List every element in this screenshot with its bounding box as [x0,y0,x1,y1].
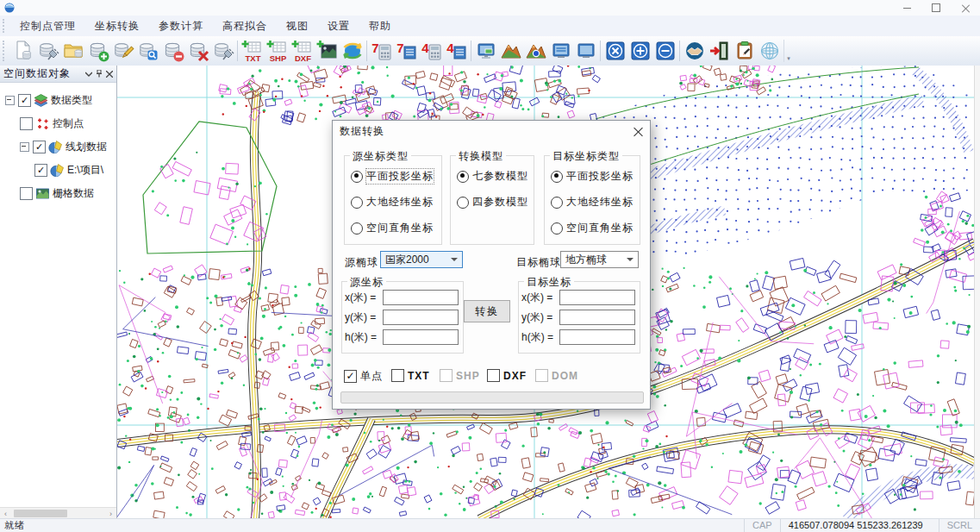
status-bar: 就绪 CAP 416507.078094 515233.261239 SCRL [0,518,980,532]
dialog-close-icon[interactable] [634,127,643,136]
terrain-button[interactable] [498,39,523,64]
tree-item-控制点[interactable]: 控制点 [0,112,116,135]
menu-item-coordinate-transform[interactable]: 坐标转换 [85,19,149,34]
new-connection-button[interactable] [10,39,35,64]
menu-item-view[interactable]: 视图 [277,19,318,34]
open-db-button[interactable] [60,39,85,64]
scroll-left-icon[interactable]: ‹ [0,510,11,518]
terrain-point-button[interactable] [523,39,548,64]
radio-target-plane[interactable]: 平面投影坐标 [551,169,634,184]
seven-param-calc-button[interactable]: 7 [369,39,394,64]
handshake-button[interactable] [682,39,707,64]
layer-checkbox[interactable] [20,187,33,200]
menu-item-control-points[interactable]: 控制点管理 [10,19,85,34]
expander-icon[interactable] [20,142,29,152]
radio-source-spatial[interactable]: 空间直角坐标 [351,221,434,235]
status-ready: 就绪 [0,519,25,532]
zoom-in-button[interactable] [627,39,652,64]
scrollbar-thumb[interactable] [14,510,67,517]
menu-item-settings[interactable]: 设置 [318,19,359,34]
target-h-row: h(米) = [521,329,635,345]
txt-checkbox[interactable]: TXT [391,369,430,382]
tree-item-栅格数据[interactable]: 栅格数据 [0,182,116,205]
source-x-row: x(米) = [345,290,459,305]
single-point-checkbox[interactable]: 单点 [344,369,383,384]
expander-icon[interactable] [5,96,15,105]
menu-item-elevation-fitting[interactable]: 高程拟合 [213,19,277,34]
close-panel-icon[interactable] [106,71,113,78]
toolbar-grip [3,41,7,61]
shp-checkbox: SHP [440,369,480,382]
svg-text:DXF: DXF [295,53,311,63]
source-ellipsoid-select[interactable]: 国家2000 [380,251,463,268]
maximize-button[interactable] [921,0,951,16]
tree-item-dataset[interactable]: ✓E:\项目\ [0,159,116,182]
chevron-down-icon[interactable] [85,72,92,77]
scroll-right-icon[interactable]: › [105,510,116,518]
target-y-input[interactable] [559,310,635,325]
radio-four-param[interactable]: 四参数模型 [457,195,528,210]
minimize-button[interactable] [892,0,921,16]
notes-button[interactable] [732,39,757,64]
globe-button[interactable] [757,39,782,64]
radio-target-geodetic[interactable]: 大地经纬坐标 [551,195,634,210]
exit-button[interactable] [707,39,732,64]
convert-button[interactable]: 转换 [464,300,510,322]
radio-target-spatial[interactable]: 空间直角坐标 [551,221,634,235]
raster-icon [35,186,50,201]
source-x-input[interactable] [383,290,459,305]
refresh-globe-button[interactable] [340,39,365,64]
close-button[interactable] [951,0,980,16]
remove-data-button[interactable] [160,39,185,64]
tree-item-数据类型[interactable]: ✓数据类型 [0,89,116,112]
import-dxf-button[interactable]: DXF [290,39,315,64]
cursor-coordinates: 416507.078094 515233.261239 [780,519,939,532]
source-y-input[interactable] [383,310,459,325]
delete-data-button[interactable] [185,39,210,64]
display-list-button[interactable] [548,39,573,64]
dialog-title: 数据转换 [340,124,384,139]
four-param-report-button[interactable]: 4 [444,39,469,64]
query-data-button[interactable] [135,39,160,64]
vertical-scrollbar[interactable] [974,66,980,519]
radio-source-geodetic[interactable]: 大地经纬坐标 [351,195,434,210]
dxf-checkbox[interactable]: DXF [487,369,527,382]
import-txt-button[interactable]: TXT [240,39,265,64]
connect-db-button[interactable] [35,39,60,64]
radio-seven-param[interactable]: 七参数模型 [457,169,528,184]
seven-param-report-button[interactable]: 7 [394,39,419,64]
disconnect-db-button[interactable] [210,39,235,64]
source-h-input[interactable] [383,329,459,345]
radio-source-plane[interactable]: 平面投影坐标 [351,169,434,184]
target-x-row: x(米) = [521,290,635,305]
source-type-label: 源坐标类型 [350,149,411,164]
radio-icon [351,222,363,235]
source-h-row: h(米) = [345,329,459,345]
tree-item-线划数据[interactable]: ✓线划数据 [0,135,116,159]
zoom-out-button[interactable] [652,39,677,64]
display-button[interactable] [573,39,598,64]
radio-icon [551,171,563,183]
layer-checkbox[interactable]: ✓ [33,141,46,153]
edit-data-button[interactable] [110,39,135,64]
pin-icon[interactable] [96,70,103,78]
toolbar-overflow[interactable]: ▾ [783,40,793,62]
menu-item-help[interactable]: 帮助 [359,19,401,34]
layer-checkbox[interactable] [20,117,33,130]
import-shp-button[interactable]: SHP [265,39,290,64]
target-ellipsoid-select[interactable]: 地方椭球 [560,251,639,268]
four-param-calc-button[interactable]: 4 [419,39,444,64]
full-extent-button[interactable] [602,39,627,64]
target-h-input[interactable] [559,329,635,345]
add-raster-button[interactable] [315,39,340,64]
layer-checkbox[interactable]: ✓ [34,164,47,177]
horizontal-scrollbar[interactable]: ‹ › [0,507,116,519]
source-y-row: y(米) = [345,310,459,325]
svg-text:TXT: TXT [245,53,260,63]
radio-icon [457,171,469,183]
layer-checkbox[interactable]: ✓ [18,94,31,107]
menu-item-parameter-calc[interactable]: 参数计算 [149,19,213,34]
display-card-button[interactable] [473,39,498,64]
add-data-button[interactable] [85,39,110,64]
target-x-input[interactable] [559,290,635,305]
